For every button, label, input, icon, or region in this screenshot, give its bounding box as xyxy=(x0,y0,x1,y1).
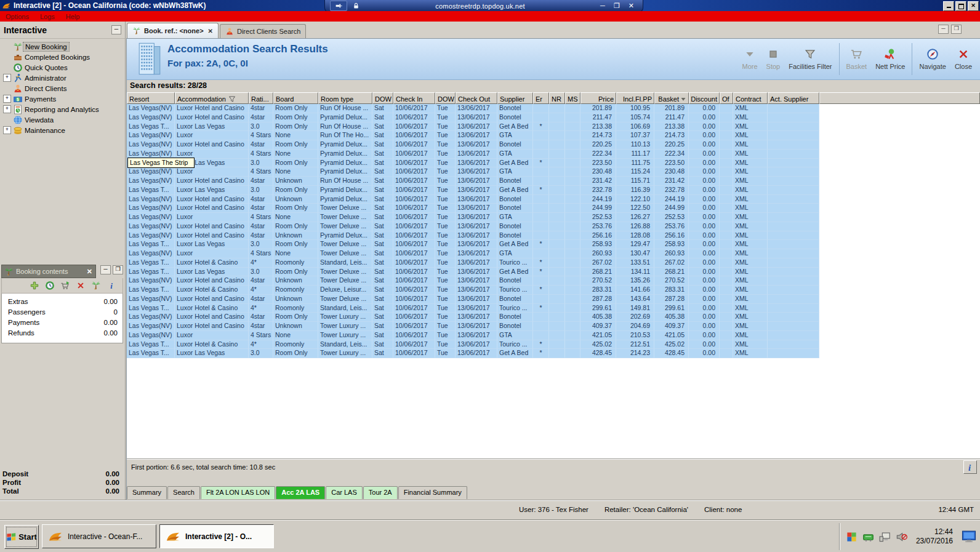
column-header-discount[interactable]: Discount xyxy=(689,92,720,104)
table-row[interactable]: Las Vegas(NV)Luxor4 StarsNonePyramid Del… xyxy=(127,150,819,159)
table-row[interactable]: Las Vegas(NV)Luxor4 StarsNoneTower Delux… xyxy=(127,213,819,222)
booking-contents-close-icon[interactable]: ✕ xyxy=(87,268,92,276)
booking-contents-row[interactable]: Payments0.00 xyxy=(2,317,122,327)
booking-contents-row[interactable]: Passengers0 xyxy=(2,306,122,317)
security-tray-icon[interactable] xyxy=(846,531,857,543)
column-header-dow[interactable]: DOW xyxy=(372,92,393,104)
table-row[interactable]: Las Vegas(NV)Luxor Hotel and Casino4star… xyxy=(127,195,819,204)
column-header-accommodation[interactable]: Accommodation xyxy=(175,92,249,104)
bottom-tab-tour-2a[interactable]: Tour 2A xyxy=(363,486,398,499)
sidebar-item-payments[interactable]: +$Payments xyxy=(0,94,125,104)
bottom-tab-financial-summary[interactable]: Financial Summary xyxy=(398,486,467,499)
table-row[interactable]: Las Vegas(NV)Luxor4 StarsNoneTower Delux… xyxy=(127,249,819,258)
column-header-board[interactable]: Board xyxy=(273,92,318,104)
bottom-tab-summary[interactable]: Summary xyxy=(127,486,167,499)
panel-minimize-button[interactable]: ─ xyxy=(938,25,949,34)
bottom-tab-flt-2a-lon-las-lon[interactable]: Flt 2A LON LAS LON xyxy=(201,486,275,499)
facilities-filter-button[interactable]: Facilities Filter xyxy=(784,47,836,71)
table-row[interactable]: Las Vegas T...Luxor Las Vegas3.0Room Onl… xyxy=(127,240,819,249)
sidebar-item-direct-clients[interactable]: +Direct Clients xyxy=(0,83,125,94)
quote-button[interactable] xyxy=(45,281,55,290)
column-header-incl-fl-pp[interactable]: Incl.Fl.PP xyxy=(616,92,654,104)
bottom-tab-search[interactable]: Search xyxy=(167,486,200,499)
info-button[interactable]: i xyxy=(963,460,977,474)
table-row[interactable]: Las Vegas T...Luxor Las Vegas3.0Room Onl… xyxy=(127,122,819,132)
column-header-price[interactable]: Price xyxy=(580,92,616,104)
tree-expand-icon[interactable]: + xyxy=(3,126,11,134)
booking-button[interactable] xyxy=(91,281,101,290)
table-row[interactable]: Las Vegas(NV)Luxor Hotel and Casino4star… xyxy=(127,322,819,331)
tree-expand-icon[interactable]: + xyxy=(3,105,11,113)
rdp-restore-button[interactable]: ❐ xyxy=(614,2,620,10)
table-row[interactable]: Las Vegas T...Luxor Hotel & Casino4*Room… xyxy=(127,258,819,268)
column-header-of[interactable]: Of xyxy=(720,92,733,104)
bottom-tab-acc-2a-las[interactable]: Acc 2A LAS xyxy=(276,486,325,499)
window-close-button[interactable]: ✕ xyxy=(968,1,979,11)
menu-item-help[interactable]: Help xyxy=(60,13,86,20)
tab-close-icon[interactable]: ✕ xyxy=(208,28,213,34)
table-row[interactable]: Las Vegas(NV)Luxor Hotel and Casino4star… xyxy=(127,231,819,241)
bottom-tab-car-las[interactable]: Car LAS xyxy=(326,486,363,499)
muted-speaker-tray-icon[interactable] xyxy=(896,531,907,543)
tree-expand-icon[interactable]: + xyxy=(3,74,11,82)
column-header-basket[interactable]: Basket xyxy=(654,92,689,104)
menu-item-options[interactable]: Options xyxy=(0,13,34,20)
sidebar-item-viewdata[interactable]: +Viewdata xyxy=(0,114,125,125)
table-row[interactable]: Las Vegas T...Luxor Hotel & Casino4*Room… xyxy=(127,340,819,350)
sidebar-item-maintenance[interactable]: +Maintenance xyxy=(0,125,125,135)
tab-direct-clients-search[interactable]: Direct Clients Search xyxy=(220,24,306,38)
sidebar-item-new-booking[interactable]: +New Booking xyxy=(0,41,125,52)
panel-maximize-button[interactable]: ❒ xyxy=(951,25,962,34)
table-row[interactable]: Las Vegas T...Luxor Las Vegas3.0Room Onl… xyxy=(127,186,819,195)
column-header-check-in[interactable]: Check In xyxy=(393,92,435,104)
column-header-nr[interactable]: NR xyxy=(549,92,565,104)
table-row[interactable]: Las Vegas T...Luxor Las Vegas3.0Room Onl… xyxy=(127,349,819,358)
start-button[interactable]: Start xyxy=(4,525,39,549)
rdp-minimize-button[interactable]: ─ xyxy=(600,2,605,10)
column-header-check-out[interactable]: Check Out xyxy=(456,92,497,104)
taskbar-task-active[interactable]: Interactive [2] - O... xyxy=(159,524,274,548)
window-restore-button[interactable] xyxy=(955,1,966,11)
booking-contents-row[interactable]: Extras0.00 xyxy=(2,296,122,306)
info-button[interactable]: i xyxy=(106,281,116,290)
booking-panel-maximize-button[interactable]: ❒ xyxy=(113,265,123,274)
network-card-tray-icon[interactable] xyxy=(862,531,874,543)
column-header-rati-[interactable]: Rati... xyxy=(249,92,273,104)
close-button[interactable]: Close xyxy=(950,47,976,71)
add-button[interactable] xyxy=(30,281,39,290)
table-row[interactable]: Las Vegas(NV)Luxor4 StarsNoneRun Of The … xyxy=(127,131,819,140)
delete-button[interactable] xyxy=(76,281,86,290)
table-row[interactable]: Las Vegas T...Luxor Las Vegas3.0Room Onl… xyxy=(127,159,819,168)
menu-item-logs[interactable]: Logs xyxy=(34,13,60,20)
rdp-close-button[interactable]: ✕ xyxy=(629,2,634,10)
column-header-ms[interactable]: MS xyxy=(565,92,580,104)
taskbar-task-inactive[interactable]: Interactive - Ocean-F... xyxy=(42,524,156,548)
sidebar-item-completed-bookings[interactable]: +Completed Bookings xyxy=(0,52,125,62)
rdp-pin-button[interactable] xyxy=(330,1,347,11)
table-row[interactable]: Las Vegas T...Luxor Hotel & Casino4*Room… xyxy=(127,304,819,313)
column-header-act-supplier[interactable]: Act. Supplier xyxy=(768,92,819,104)
table-row[interactable]: Las Vegas(NV)Luxor Hotel and Casino4star… xyxy=(127,276,819,286)
sidebar-item-administrator[interactable]: +Administrator xyxy=(0,73,125,83)
navigate-button[interactable]: Navigate xyxy=(915,47,950,71)
column-header-resort[interactable]: Resort xyxy=(127,92,175,104)
column-header-er[interactable]: Er xyxy=(533,92,549,104)
sidebar-item-reporting-and-analytics[interactable]: +Reporting and Analytics xyxy=(0,104,125,114)
table-row[interactable]: Las Vegas T...Luxor Hotel & Casino4*Room… xyxy=(127,286,819,295)
table-row[interactable]: Las Vegas T...Luxor Las Vegas3.0Room Onl… xyxy=(127,268,819,277)
table-row[interactable]: Las Vegas(NV)Luxor Hotel and Casino4star… xyxy=(127,222,819,231)
column-header-dow[interactable]: DOW xyxy=(435,92,456,104)
sidebar-item-quick-quotes[interactable]: +Quick Quotes xyxy=(0,62,125,73)
table-row[interactable]: Las Vegas(NV)Luxor Hotel and Casino4star… xyxy=(127,140,819,150)
window-minimize-button[interactable] xyxy=(943,1,954,11)
column-header-supplier[interactable]: Supplier xyxy=(497,92,533,104)
column-header-room-type[interactable]: Room type xyxy=(318,92,372,104)
table-row[interactable]: Las Vegas(NV)Luxor Hotel and Casino4star… xyxy=(127,113,819,122)
table-row[interactable]: Las Vegas(NV)Luxor Hotel and Casino4star… xyxy=(127,177,819,186)
basket-transfer-button[interactable] xyxy=(60,281,70,290)
table-row[interactable]: Las Vegas(NV)Luxor Hotel and Casino4star… xyxy=(127,295,819,304)
panel-collapse-button[interactable]: ─ xyxy=(111,25,121,34)
remote-desktop-icon[interactable] xyxy=(962,530,976,543)
table-row[interactable]: Las Vegas(NV)Luxor4 StarsNonePyramid Del… xyxy=(127,167,819,177)
table-row[interactable]: Las Vegas(NV)Luxor Hotel and Casino4star… xyxy=(127,204,819,213)
